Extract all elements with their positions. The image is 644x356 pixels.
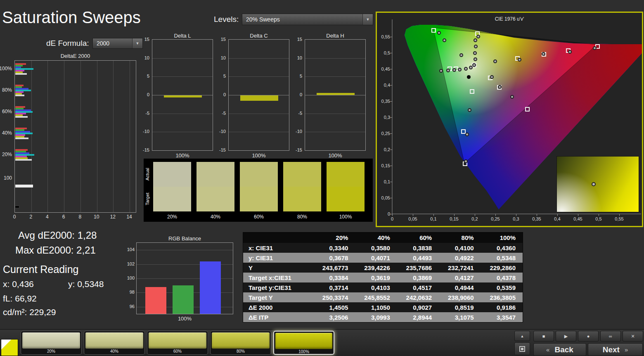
cie-axis-tickmark (390, 53, 392, 53)
deltae-axis-label: 60% (2, 109, 12, 114)
deltae-axis-tick: 0 (9, 214, 19, 220)
actual-swatch (327, 162, 365, 187)
table-cell: 0,8519 (439, 304, 481, 311)
deltae-chart-title: DeltaE 2000 (14, 53, 136, 59)
table-cell: 0,5348 (481, 254, 523, 261)
deltae-bar (15, 138, 28, 139)
delta-l-gridline (152, 132, 213, 132)
measure-stop-button[interactable] (514, 342, 530, 355)
delta-l-title: Delta L (152, 33, 213, 39)
target-swatch (240, 187, 278, 211)
table-cell: 2,8944 (397, 314, 439, 321)
cie-axis-tick: 0,5 (378, 50, 390, 55)
cie-axis-tick: 0 (378, 211, 390, 216)
patch-swatch (22, 332, 80, 349)
swatch-percent-label: 40% (197, 214, 234, 220)
chevron-right-icon: » (625, 346, 628, 353)
delta-h-axis-tick: 10 (293, 55, 302, 61)
transport-close-button[interactable]: ✕ (623, 331, 643, 342)
cie-axis-tick: 0,25 (378, 131, 390, 136)
rgb-balance-bar-red (145, 287, 166, 314)
table-cell: 0,3580 (355, 244, 397, 252)
de-formula-dropdown[interactable]: 2000 ▼ (92, 38, 143, 49)
table-cell: 0,9186 (481, 304, 523, 311)
patch-label: 100% (275, 349, 332, 354)
cie-axis-tickmark (390, 101, 392, 102)
table-cell: 0,4922 (439, 254, 481, 261)
delta-c-gridline (229, 114, 289, 114)
transport-record-button[interactable]: ● (578, 331, 599, 342)
patch-button-40%[interactable]: 40% (84, 331, 145, 355)
deltae-bar (15, 185, 33, 187)
rgb-balance-chart (136, 242, 233, 314)
delta-c-value-bar (240, 95, 278, 101)
swatch-compare-item (327, 162, 365, 211)
levels-dropdown[interactable]: 20% Sweeps ▼ (242, 14, 373, 25)
eject-button[interactable]: ▲ (514, 331, 530, 341)
results-table: 20%40%60%80%100%x: CIE310,33400,35800,38… (243, 232, 523, 323)
patch-button-100%[interactable]: 100% (273, 331, 334, 355)
delta-h-axis-tick: 5 (293, 73, 302, 79)
delta-h-axis-tick: 15 (293, 36, 302, 42)
stop-icon (521, 348, 523, 350)
rgb-axis-tick: 100 (125, 275, 135, 281)
transport-loop-button[interactable]: ∞ (600, 331, 621, 342)
table-row-label: Target y:CIE31 (243, 284, 313, 291)
table-cell: 236,3805 (481, 294, 523, 301)
deltae-gridline (47, 61, 48, 212)
delta-h-gridline (305, 76, 365, 77)
delta-h-x-label: 100% (305, 152, 366, 159)
back-button[interactable]: «Back (533, 343, 586, 356)
current-reading-title: Current Reading (3, 263, 78, 275)
delta-l-axis-tick: -10 (140, 128, 149, 134)
table-row: ΔE ITP3,25063,09932,89443,10753,3547 (243, 312, 523, 322)
table-cell: 3,3547 (481, 314, 523, 321)
delta-l-axis-tick: -15 (140, 147, 149, 153)
table-cell: 0,3838 (397, 244, 439, 252)
rgb-balance-bar-blue (200, 261, 221, 314)
delta-c-gridline (229, 132, 289, 132)
deltae-axis-tick: 6 (59, 214, 69, 220)
table-cell: 235,7686 (397, 264, 439, 271)
x-label: x: (3, 279, 9, 289)
levels-label: Levels: (214, 15, 239, 24)
cie-axis-tick: 0,55 (378, 34, 390, 39)
next-button[interactable]: Next» (588, 343, 643, 356)
fl-value: 66,92 (15, 294, 37, 303)
target-swatch (153, 187, 191, 211)
delta-c-axis-tick: 10 (217, 55, 226, 61)
patch-button-80%[interactable]: 80% (210, 331, 271, 355)
table-cell: 239,4226 (355, 264, 397, 271)
patch-button-20%[interactable]: 20% (21, 331, 82, 355)
cie-axis-tick: 0,15 (378, 163, 390, 168)
table-cell: 238,9060 (439, 294, 481, 301)
deltae-axis-tick: 4 (42, 214, 52, 220)
table-cell: 0,4103 (355, 284, 397, 291)
transport-play-button[interactable]: ▶ (556, 331, 576, 342)
delta-c-chart (228, 39, 289, 151)
table-row: x: CIE310,33400,35800,38380,41000,4360 (243, 243, 523, 253)
delta-c-gridline (229, 76, 289, 77)
delta-h-axis-tick: 0 (293, 92, 302, 97)
delta-h-yticks: 151050-5-10-15 (293, 39, 303, 151)
delta-h-axis-tick: -5 (293, 110, 302, 116)
table-cell: 0,4100 (439, 244, 481, 252)
transport-icons: ■▶●∞✕ (533, 331, 643, 342)
delta-l-axis-tick: 5 (140, 73, 149, 79)
transport-stop-button[interactable]: ■ (533, 331, 554, 342)
deltae-axis-label: 20% (2, 152, 12, 157)
table-column-header: 100% (481, 234, 523, 241)
patch-swatch (149, 332, 206, 349)
cie-diagram-panel: CIE 1976 u'v' 00,050,10,150,20,250,30,35… (376, 12, 643, 227)
swatch-compare-item (153, 162, 191, 211)
max-de2000-label: Max dE2000: (15, 244, 73, 256)
rgb-axis-tick: 96 (125, 304, 135, 309)
avg-de2000-label: Avg dE2000: (18, 230, 75, 241)
swatch-percent-label: 60% (240, 214, 278, 220)
table-row: y: CIE310,36780,40710,44930,49220,5348 (243, 253, 523, 263)
table-cell: 3,0993 (355, 314, 397, 321)
patch-label: 40% (85, 349, 143, 354)
patch-button-60%[interactable]: 60% (147, 331, 208, 355)
current-x-readout: x: 0,436 (3, 279, 34, 289)
current-cdm2-readout: cd/m²: 229,29 (3, 307, 56, 317)
